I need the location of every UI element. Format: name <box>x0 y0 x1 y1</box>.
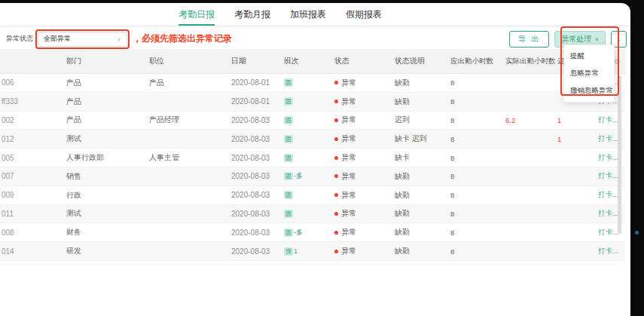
cell-expected-hours: 8 <box>429 135 493 143</box>
table-row[interactable]: 008 财务 2020-08-03 固 -多 异常 缺勤 8 打卡... <box>0 223 625 242</box>
cell-status: 异常 <box>316 208 378 219</box>
cell-status: 异常 <box>316 78 378 88</box>
col-header-status-desc: 状态说明 <box>378 56 429 66</box>
cell-position: 产品经理 <box>136 115 222 125</box>
table-row[interactable]: 014 研发 2020-08-03 弹 1 异常 缺勤 8 打卡... <box>0 242 625 261</box>
punch-detail-link[interactable]: 打卡... <box>598 134 618 144</box>
cell-shift: 固 <box>277 116 316 124</box>
table-row[interactable]: 005 人事行政部 人事主管 2020-08-03 固 异常 缺卡 8 打卡..… <box>0 149 625 167</box>
shift-tag-badge: 固 <box>284 172 293 180</box>
status-text: 异常 <box>341 115 356 125</box>
cell-status-desc: 缺勤 <box>378 171 429 182</box>
col-header-actual-hours: 实际出勤小时数 <box>493 57 546 66</box>
cell-status-desc: 缺勤 <box>378 227 429 238</box>
table-row[interactable]: 012 测试 2020-08-03 固 异常 缺卡 迟到 8 1 打卡... <box>0 130 625 149</box>
cell-expected-hours: 8 <box>429 229 493 237</box>
shift-tag-badge: 固 <box>284 78 293 87</box>
punch-detail-link[interactable]: 打卡... <box>598 209 618 219</box>
cell-status: 异常 <box>316 171 378 182</box>
col-header-department: 部门 <box>51 56 136 66</box>
column-settings-gear-icon[interactable]: ⚙ <box>614 57 621 66</box>
cell-department: 人事行政部 <box>51 152 136 163</box>
abnormal-dot-icon <box>334 118 338 122</box>
table-row[interactable]: 002 产品 产品经理 2020-08-03 固 异常 迟到 8 6.2 1 打… <box>0 112 625 130</box>
cell-late-count: 1 <box>546 135 589 143</box>
cell-shift: 固 <box>277 135 316 143</box>
abnormal-dot-icon <box>334 137 338 141</box>
shift-tag-badge: 弹 <box>284 247 293 256</box>
cell-department: 产品 <box>51 78 136 88</box>
table-row[interactable]: 011 测试 2020-08-03 固 异常 缺勤 8 打卡... <box>0 205 625 224</box>
tab-monthly-report[interactable]: 考勤月报 <box>234 3 270 26</box>
cell-date: 2020-08-03 <box>222 154 277 162</box>
cell-expected-hours: 8 <box>429 210 493 218</box>
cell-position: 产品 <box>136 78 222 88</box>
cell-status: 异常 <box>316 115 378 125</box>
abnormal-status-select[interactable]: 全部异常 ∨ <box>38 32 127 47</box>
menu-item-ignore-abnormal[interactable]: 忽略异常 <box>564 65 614 82</box>
cell-employee-id: 008 <box>0 229 51 237</box>
cell-shift: 固 <box>277 78 316 87</box>
col-header-position: 职位 <box>136 56 222 66</box>
tab-overtime-report[interactable]: 加班报表 <box>290 3 326 26</box>
cell-status-desc: 缺勤 <box>378 97 429 107</box>
cell-employee-id: 006 <box>0 78 51 87</box>
cell-department: 行政 <box>51 190 136 201</box>
cell-department: 测试 <box>51 208 136 219</box>
chevron-down-icon: ∨ <box>594 36 599 41</box>
punch-detail-link[interactable]: 打卡... <box>598 115 618 125</box>
table-scrollbar[interactable] <box>618 75 621 234</box>
cell-expected-hours: 8 <box>429 116 493 124</box>
status-text: 异常 <box>341 152 356 163</box>
filter-annotation-text: ，必须先筛选出异常记录 <box>133 32 232 45</box>
cell-status: 异常 <box>316 190 378 201</box>
cell-shift: 固 -多 <box>277 171 316 181</box>
cell-employee-id: 012 <box>0 135 51 143</box>
status-text: 异常 <box>341 171 356 182</box>
cell-shift: 固 <box>277 154 316 162</box>
punch-detail-link[interactable]: 打卡... <box>598 153 618 163</box>
cell-date: 2020-08-03 <box>222 247 277 256</box>
cell-date: 2020-08-03 <box>222 191 277 199</box>
tab-holiday-report[interactable]: 假期报表 <box>346 3 382 26</box>
tab-daily-report[interactable]: 考勤日报 <box>179 3 215 26</box>
abnormal-dot-icon <box>334 250 338 253</box>
cell-employee-id: 009 <box>0 191 51 199</box>
table-row[interactable]: 006 产品 产品 2020-08-01 固 异常 缺勤 8 打卡... <box>0 74 625 93</box>
punch-detail-link[interactable]: 打卡... <box>598 171 618 181</box>
shift-tag-badge: 固 <box>284 210 293 218</box>
punch-detail-link[interactable]: 打卡... <box>598 190 618 200</box>
cell-expected-hours: 8 <box>429 247 493 256</box>
shift-tag-badge: 固 <box>284 97 293 106</box>
menu-item-remind[interactable]: 提醒 <box>564 48 614 65</box>
cell-employee-id: 007 <box>0 172 51 180</box>
punch-detail-link[interactable]: 打卡... <box>598 247 618 256</box>
abnormal-dot-icon <box>334 156 338 160</box>
table-row[interactable]: 007 销售 2020-08-03 固 -多 异常 缺勤 8 打卡... <box>0 167 625 186</box>
status-text: 异常 <box>341 190 356 201</box>
status-text: 异常 <box>341 246 356 256</box>
table-body: 006 产品 产品 2020-08-01 固 异常 缺勤 8 打卡... ff3… <box>0 74 625 261</box>
cell-department: 销售 <box>51 171 136 182</box>
cell-status-desc: 缺卡 迟到 <box>378 133 429 144</box>
abnormal-dot-icon <box>334 174 338 178</box>
cell-status: 异常 <box>316 246 378 256</box>
table-row[interactable]: 009 行政 2020-08-03 固 异常 缺勤 8 打卡... <box>0 186 625 205</box>
cell-date: 2020-08-03 <box>222 172 277 180</box>
table-row[interactable]: ff333 产品 2020-08-01 固 异常 缺勤 8 打卡... <box>0 93 625 112</box>
cell-status-desc: 迟到 <box>378 115 429 125</box>
shift-tag-suffix: -多 <box>294 228 303 238</box>
cell-shift: 固 <box>277 210 316 218</box>
abnormal-status-label: 异常状态 <box>6 34 33 44</box>
menu-item-undo-ignore-abnormal[interactable]: 撤销忽略异常 <box>564 82 614 100</box>
abnormal-dot-icon <box>334 100 338 103</box>
cell-department: 产品 <box>51 97 136 107</box>
cell-department: 研发 <box>51 246 136 256</box>
cell-department: 财务 <box>51 227 136 238</box>
abnormal-dot-icon <box>334 81 338 84</box>
cell-shift: 固 <box>277 191 316 199</box>
abnormal-handle-label: 异常处理 <box>561 34 591 44</box>
col-header-date: 日期 <box>222 56 277 66</box>
export-button[interactable]: 导 出 <box>509 31 549 48</box>
punch-detail-link[interactable]: 打卡... <box>598 228 618 238</box>
